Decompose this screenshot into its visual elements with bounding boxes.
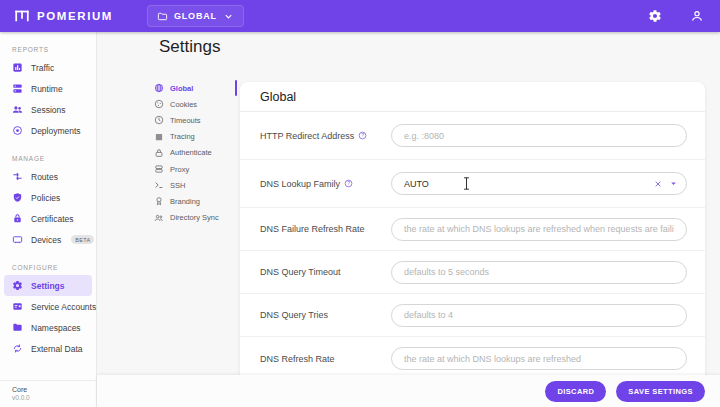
clear-x-icon[interactable] — [654, 180, 662, 188]
field-row-dns-lookup-family: DNS Lookup Family ? — [240, 160, 705, 208]
sidebar-version-info: Core v0.0.0 — [0, 380, 96, 407]
tab-label: Global — [170, 84, 193, 93]
section-header: REPORTS — [0, 40, 96, 57]
sidebar-item-settings[interactable]: Settings — [4, 275, 92, 296]
panel-title: Global — [240, 82, 705, 112]
tab-label: Directory Sync — [170, 213, 219, 222]
dns-failure-refresh-rate-input[interactable] — [391, 218, 687, 241]
sidebar-item-label: Settings — [31, 281, 65, 291]
sidebar-item-label: Traffic — [31, 63, 54, 73]
sidebar-item-label: Namespaces — [31, 323, 81, 333]
tab-directory-sync[interactable]: Directory Sync — [154, 210, 234, 226]
tab-global[interactable]: Global — [154, 80, 234, 96]
tab-ssh[interactable]: SSH — [154, 177, 234, 193]
settings-subnav: Global Cookies Timeouts Tracing — [154, 80, 234, 226]
directory-sync-icon — [154, 213, 164, 223]
field-label: DNS Lookup Family — [260, 179, 340, 189]
field-label: DNS Query Tries — [260, 310, 328, 320]
tab-label: Tracing — [170, 132, 195, 141]
sidebar-item-label: Service Accounts — [31, 302, 96, 312]
sidebar-section-reports: REPORTS Traffic Runtime — [0, 40, 96, 141]
clock-icon — [154, 115, 164, 125]
beta-badge: BETA — [71, 235, 94, 244]
sidebar-section-configure: CONFIGURE Settings Service Accounts Name… — [0, 258, 96, 359]
proxy-icon — [154, 164, 164, 174]
http-redirect-address-input[interactable] — [391, 124, 687, 147]
account-person-icon[interactable] — [690, 9, 704, 23]
workspace-switcher[interactable]: GLOBAL — [147, 5, 244, 27]
svg-text:?: ? — [347, 181, 350, 186]
sidebar-item-certificates[interactable]: Certificates — [0, 208, 92, 229]
product-name: Core — [12, 386, 96, 393]
sidebar-item-policies[interactable]: Policies — [0, 187, 92, 208]
tab-tracing[interactable]: Tracing — [154, 129, 234, 145]
dns-query-tries-input[interactable] — [391, 304, 687, 327]
sidebar-item-label: Routes — [31, 172, 58, 182]
section-header: MANAGE — [0, 149, 96, 166]
tab-label: SSH — [170, 181, 185, 190]
tab-proxy[interactable]: Proxy — [154, 161, 234, 177]
field-row-dns-query-timeout: DNS Query Timeout — [240, 251, 705, 294]
save-settings-button[interactable]: SAVE SETTINGS — [616, 381, 705, 402]
discard-button[interactable]: DISCARD — [545, 381, 606, 402]
sessions-people-icon — [12, 104, 23, 115]
dns-lookup-family-combobox[interactable] — [391, 172, 687, 195]
sidebar: REPORTS Traffic Runtime — [0, 32, 97, 407]
dns-query-timeout-input[interactable] — [391, 261, 687, 284]
dns-refresh-rate-input[interactable] — [391, 347, 687, 370]
dropdown-caret-icon[interactable] — [669, 179, 678, 188]
field-label: DNS Query Timeout — [260, 267, 341, 277]
external-data-icon — [12, 343, 23, 354]
sidebar-item-sessions[interactable]: Sessions — [0, 99, 92, 120]
settings-gear-icon — [12, 280, 23, 291]
info-icon[interactable]: ? — [358, 131, 367, 140]
settings-gear-icon[interactable] — [648, 9, 662, 23]
selected-tab-indicator — [235, 80, 238, 96]
info-icon[interactable]: ? — [344, 179, 353, 188]
sidebar-item-label: Sessions — [31, 105, 66, 115]
section-header: CONFIGURE — [0, 258, 96, 275]
sidebar-item-devices[interactable]: Devices BETA — [0, 229, 92, 250]
cookie-icon — [154, 99, 164, 109]
tab-label: Branding — [170, 197, 200, 206]
sidebar-item-deployments[interactable]: Deployments — [0, 120, 92, 141]
runtime-icon — [12, 83, 23, 94]
top-bar: POMERIUM GLOBAL — [0, 0, 720, 32]
sidebar-item-label: Certificates — [31, 214, 74, 224]
field-row-dns-query-tries: DNS Query Tries — [240, 294, 705, 337]
sidebar-item-runtime[interactable]: Runtime — [0, 78, 92, 99]
namespaces-folder-icon — [12, 322, 23, 333]
field-label: DNS Failure Refresh Rate — [260, 224, 365, 234]
devices-icon — [12, 234, 23, 245]
traffic-chart-icon — [12, 62, 23, 73]
sidebar-item-service-accounts[interactable]: Service Accounts — [0, 296, 92, 317]
sidebar-item-routes[interactable]: Routes — [0, 166, 92, 187]
tracing-icon — [154, 132, 164, 142]
field-row-http-redirect-address: HTTP Redirect Address ? — [240, 112, 705, 160]
tab-label: Timeouts — [170, 116, 201, 125]
tab-branding[interactable]: Branding — [154, 193, 234, 209]
service-accounts-icon — [12, 301, 23, 312]
main-content: Settings Global Cookies Timeouts — [97, 32, 720, 407]
terminal-icon — [154, 180, 164, 190]
sidebar-item-external-data[interactable]: External Data — [0, 338, 92, 359]
sidebar-item-label: Devices — [31, 235, 61, 245]
field-label: DNS Refresh Rate — [260, 354, 335, 364]
sidebar-item-traffic[interactable]: Traffic — [0, 57, 92, 78]
tab-cookies[interactable]: Cookies — [154, 96, 234, 112]
workspace-label: GLOBAL — [174, 11, 217, 21]
sidebar-item-label: Runtime — [31, 84, 63, 94]
tab-authenticate[interactable]: Authenticate — [154, 145, 234, 161]
sidebar-item-namespaces[interactable]: Namespaces — [0, 317, 92, 338]
deployments-icon — [12, 125, 23, 136]
tab-timeouts[interactable]: Timeouts — [154, 112, 234, 128]
brand[interactable]: POMERIUM — [14, 8, 113, 24]
tab-label: Cookies — [170, 100, 197, 109]
sidebar-item-label: External Data — [31, 344, 83, 354]
action-bar: DISCARD SAVE SETTINGS — [97, 375, 720, 407]
ribbon-icon — [154, 196, 164, 206]
page-title: Settings — [159, 37, 220, 57]
field-label: HTTP Redirect Address — [260, 131, 354, 141]
pomerium-logo-icon — [14, 8, 30, 24]
field-row-dns-failure-refresh-rate: DNS Failure Refresh Rate — [240, 208, 705, 251]
